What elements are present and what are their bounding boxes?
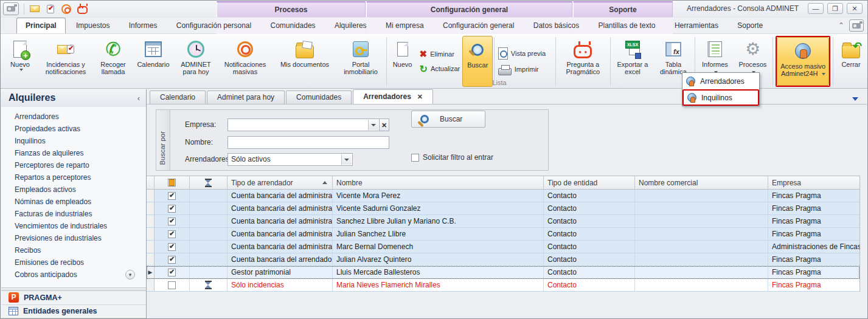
tab-mi-empresa[interactable]: Mi empresa xyxy=(377,18,432,33)
sidebar-item-propiedades-activas[interactable]: Propiedades activas xyxy=(1,123,146,135)
checkbox-icon[interactable] xyxy=(168,243,176,251)
tab-configuracion-personal[interactable]: Configuración personal xyxy=(168,18,260,33)
menu-item-arrendadores[interactable]: Arrendadores xyxy=(682,73,759,89)
collapse-sidebar-icon[interactable]: ‹ xyxy=(137,94,140,103)
sidebar-section-entidades[interactable]: Entidades generales xyxy=(1,305,146,318)
select-all-header[interactable] xyxy=(155,176,190,189)
collapse-ribbon-icon[interactable]: ⌃ xyxy=(838,21,844,30)
minimize-button[interactable]: — xyxy=(808,3,824,14)
tab-herramientas[interactable]: Herramientas xyxy=(666,18,727,33)
sidebar-item-fianzas[interactable]: Fianzas de alquileres xyxy=(1,147,146,159)
sidebar-item-vencimientos[interactable]: Vencimientos de industriales xyxy=(1,220,146,232)
sidebar-item-recibos[interactable]: Recibos xyxy=(1,244,146,256)
sidebar-item-emisiones[interactable]: Emisiones de recibos xyxy=(1,256,146,269)
table-row-alert[interactable]: Sólo incidenciasMaria Nieves Flamerich M… xyxy=(147,279,859,292)
nuevo-lista-button[interactable]: Nuevo xyxy=(388,36,417,87)
sidebar-item-facturas[interactable]: Facturas de industriales xyxy=(1,208,146,220)
pregunta-pragmatico-button[interactable]: Pregunta a Pragmático xyxy=(557,36,609,87)
doc-tab-comunidades[interactable]: Comunidades xyxy=(286,91,352,104)
clear-empresa-icon[interactable]: ✕ xyxy=(380,118,389,131)
imprimir-button[interactable]: Imprimir xyxy=(498,63,552,75)
tab-alquileres[interactable]: Alquileres xyxy=(326,18,375,33)
clock-icon xyxy=(187,38,204,60)
sidebar-item-nominas[interactable]: Nóminas de empleados xyxy=(1,196,146,208)
table-row[interactable]: Cuenta bancaria del administradorMarc Be… xyxy=(147,241,859,253)
eliminar-button[interactable]: ✖Eliminar xyxy=(420,49,460,60)
checkbox-icon[interactable] xyxy=(168,230,176,238)
sidebar-item-empleados[interactable]: Empleados activos xyxy=(1,184,146,196)
cerrar-button[interactable]: ↷ Cerrar xyxy=(835,36,867,87)
sidebar-item-repartos[interactable]: Repartos a perceptores xyxy=(1,171,146,184)
tab-datos-basicos[interactable]: Datos básicos xyxy=(525,18,588,33)
mis-documentos-button[interactable]: Mis documentos xyxy=(273,36,336,87)
app-icon[interactable] xyxy=(3,2,19,15)
incidencias-button[interactable]: Incidencias y notificaciones xyxy=(37,36,94,87)
tab-soporte[interactable]: Soporte xyxy=(729,18,771,33)
empresa-label: Empresa: xyxy=(185,120,216,129)
column-header-empresa[interactable]: Empresa xyxy=(768,176,860,189)
notificaciones-masivas-button[interactable]: Notificaciones masivas xyxy=(217,36,273,87)
ribbon-tab-row: Principal Impuestos Informes Configuraci… xyxy=(1,18,867,34)
sidebar-item-arrendadores[interactable]: Arrendadores xyxy=(1,111,146,123)
tab-plantillas-texto[interactable]: Plantillas de texto xyxy=(589,18,664,33)
checkbox-icon xyxy=(168,179,176,187)
portal-inmobiliario-button[interactable]: Portal inmobiliario xyxy=(336,36,385,87)
chevron-down-icon[interactable] xyxy=(341,154,352,165)
checkbox-icon[interactable] xyxy=(168,269,176,276)
acceso-masivo-button[interactable]: Acceso masivo Adminet24H xyxy=(777,37,829,86)
vista-previa-button[interactable]: Vista previa xyxy=(498,47,552,60)
arrendadores-combobox[interactable]: Sólo activos xyxy=(227,153,353,166)
table-row[interactable]: Cuenta bancaria del administradorVicente… xyxy=(147,190,859,202)
doc-tab-calendario[interactable]: Calendario xyxy=(150,91,206,104)
column-header-tipo[interactable]: Tipo de arrendador xyxy=(227,176,333,189)
chevron-down-icon[interactable] xyxy=(368,120,378,130)
app-style-icon[interactable] xyxy=(849,19,864,32)
table-row[interactable]: Cuenta bancaria del arrendadorJulian Alv… xyxy=(147,253,859,266)
exportar-excel-button[interactable]: XLSX Exportar a excel xyxy=(612,36,653,87)
robot-icon[interactable] xyxy=(77,4,88,14)
tab-list-dropdown-icon[interactable] xyxy=(852,97,858,101)
calendario-button[interactable]: Calendario xyxy=(132,36,175,87)
column-header-comercial[interactable]: Nombre comercial xyxy=(635,176,768,189)
solicitar-filtro-checkbox[interactable]: Solicitar filtro al entrar xyxy=(411,153,493,162)
table-row[interactable]: Cuenta bancaria del administradorSanchez… xyxy=(147,215,859,228)
sidebar-item-perceptores[interactable]: Perceptores de reparto xyxy=(1,159,146,171)
scroll-down-icon[interactable]: ▾ xyxy=(125,270,135,280)
tab-informes[interactable]: Informes xyxy=(120,18,166,33)
mail-icon[interactable] xyxy=(29,4,40,14)
tab-principal[interactable]: Principal xyxy=(16,18,66,33)
doc-tab-arrendadores[interactable]: Arrendadores✕ xyxy=(353,89,433,104)
tab-impuestos[interactable]: Impuestos xyxy=(68,18,118,33)
menu-item-inquilinos[interactable]: Inquilinos xyxy=(682,89,759,106)
tasks-clipboard-icon[interactable] xyxy=(45,4,56,14)
sidebar-item-inquilinos[interactable]: Inquilinos xyxy=(1,135,146,147)
doc-tab-adminet-para-hoy[interactable]: Adminet para hoy xyxy=(207,91,285,104)
table-row[interactable]: Cuenta bancaria del administradorJulian … xyxy=(147,228,859,241)
close-tab-icon[interactable]: ✕ xyxy=(417,91,423,103)
restore-button[interactable]: ❐ xyxy=(827,3,843,14)
checkbox-icon[interactable] xyxy=(168,218,176,225)
sidebar-section-pragma[interactable]: P PRAGMA+ xyxy=(1,291,146,304)
tab-comunidades[interactable]: Comunidades xyxy=(262,18,324,33)
broadcast-icon[interactable] xyxy=(61,4,72,14)
empresa-combobox[interactable] xyxy=(227,118,380,131)
nuevo-button[interactable]: + Nuevo xyxy=(3,36,37,87)
tab-configuracion-general[interactable]: Configuración general xyxy=(434,18,523,33)
nombre-input[interactable] xyxy=(227,136,389,149)
checkbox-icon[interactable] xyxy=(168,281,176,289)
table-row-selected[interactable]: ▶ Gestor patrimonialLluis Mercade Balles… xyxy=(147,266,859,279)
buscar-filter-button[interactable]: Buscar xyxy=(411,111,485,128)
checkbox-icon[interactable] xyxy=(168,256,176,264)
adminet-para-hoy-button[interactable]: ADMINET para hoy xyxy=(175,36,217,87)
recoger-llamada-button[interactable]: ✆ Recoger llamada xyxy=(94,36,132,87)
status-column-header[interactable] xyxy=(190,176,227,189)
actualizar-button[interactable]: ↻Actualizar xyxy=(420,63,460,75)
checkbox-icon[interactable] xyxy=(168,192,176,200)
sidebar-item-cobros-anticipados[interactable]: Cobros anticipados ▾ xyxy=(1,269,146,281)
sidebar-item-previsiones[interactable]: Previsiones de industriales xyxy=(1,232,146,244)
column-header-entidad[interactable]: Tipo de entidad xyxy=(544,176,635,189)
column-header-nombre[interactable]: Nombre xyxy=(333,176,544,189)
checkbox-icon[interactable] xyxy=(168,205,176,213)
table-row[interactable]: Cuenta bancaria del administradorVicente… xyxy=(147,202,859,215)
close-button[interactable]: ✕ xyxy=(847,3,863,14)
